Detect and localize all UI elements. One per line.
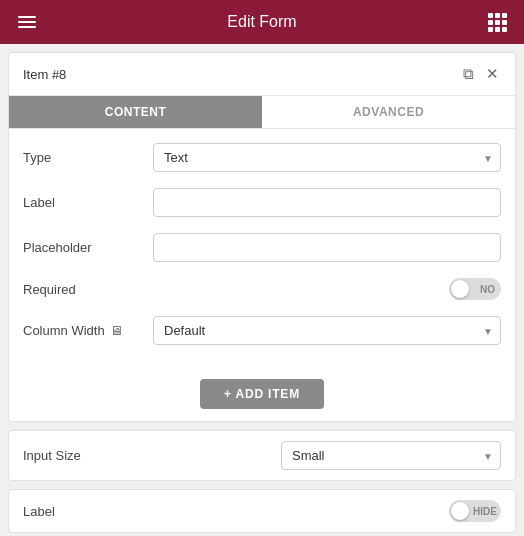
required-toggle[interactable]: NO bbox=[449, 278, 501, 300]
input-size-label: Input Size bbox=[23, 448, 281, 463]
label-toggle-label: HIDE bbox=[473, 506, 497, 517]
tab-content[interactable]: CONTENT bbox=[9, 96, 262, 128]
input-size-select[interactable]: Small Medium Large bbox=[281, 441, 501, 470]
input-size-select-wrapper: Small Medium Large ▼ bbox=[281, 441, 501, 470]
type-field-row: Type Text Email Number Date Select Check… bbox=[23, 135, 501, 180]
copy-icon[interactable]: ⧉ bbox=[461, 63, 476, 85]
header: Edit Form bbox=[0, 0, 524, 44]
hamburger-menu-icon[interactable] bbox=[12, 16, 42, 28]
label-toggle-knob bbox=[451, 502, 469, 520]
placeholder-input[interactable] bbox=[153, 233, 501, 262]
type-select[interactable]: Text Email Number Date Select Checkbox bbox=[153, 143, 501, 172]
type-label: Type bbox=[23, 150, 153, 165]
placeholder-field-row: Placeholder bbox=[23, 225, 501, 270]
column-width-select[interactable]: Default 1/4 1/3 1/2 2/3 3/4 Full bbox=[153, 316, 501, 345]
tabs: CONTENT ADVANCED bbox=[9, 96, 515, 129]
label-label: Label bbox=[23, 195, 153, 210]
label-input[interactable] bbox=[153, 188, 501, 217]
monitor-icon: 🖥 bbox=[110, 323, 123, 338]
required-toggle-knob bbox=[451, 280, 469, 298]
input-size-section: Input Size Small Medium Large ▼ bbox=[8, 430, 516, 481]
label-control bbox=[153, 188, 501, 217]
label-section-label: Label bbox=[23, 504, 449, 519]
label-toggle-row: Label HIDE bbox=[9, 490, 515, 532]
form-section: Type Text Email Number Date Select Check… bbox=[9, 129, 515, 363]
item-title: Item #8 bbox=[23, 67, 66, 82]
column-width-control: Default 1/4 1/3 1/2 2/3 3/4 Full ▼ bbox=[153, 316, 501, 345]
page-title: Edit Form bbox=[42, 13, 482, 31]
label-toggle[interactable]: HIDE bbox=[449, 500, 501, 522]
close-icon[interactable]: ✕ bbox=[484, 63, 501, 85]
placeholder-label: Placeholder bbox=[23, 240, 153, 255]
label-field-row: Label bbox=[23, 180, 501, 225]
required-label: Required bbox=[23, 282, 153, 297]
add-item-section: + ADD ITEM bbox=[9, 363, 515, 421]
item-header: Item #8 ⧉ ✕ bbox=[9, 53, 515, 96]
required-toggle-label: NO bbox=[480, 284, 495, 295]
input-size-row: Input Size Small Medium Large ▼ bbox=[9, 431, 515, 480]
type-select-wrapper: Text Email Number Date Select Checkbox ▼ bbox=[153, 143, 501, 172]
type-control: Text Email Number Date Select Checkbox ▼ bbox=[153, 143, 501, 172]
item-actions: ⧉ ✕ bbox=[461, 63, 501, 85]
placeholder-control bbox=[153, 233, 501, 262]
edit-form-panel: Item #8 ⧉ ✕ CONTENT ADVANCED Type Text E… bbox=[8, 52, 516, 422]
add-item-button[interactable]: + ADD ITEM bbox=[200, 379, 324, 409]
required-control: NO bbox=[153, 278, 501, 300]
column-width-field-row: Column Width 🖥 Default 1/4 1/3 1/2 2/3 3… bbox=[23, 308, 501, 353]
grid-apps-icon[interactable] bbox=[482, 13, 512, 32]
required-field-row: Required NO bbox=[23, 270, 501, 308]
label-section: Label HIDE bbox=[8, 489, 516, 533]
column-width-label: Column Width 🖥 bbox=[23, 323, 153, 338]
column-width-select-wrapper: Default 1/4 1/3 1/2 2/3 3/4 Full ▼ bbox=[153, 316, 501, 345]
tab-advanced[interactable]: ADVANCED bbox=[262, 96, 515, 128]
